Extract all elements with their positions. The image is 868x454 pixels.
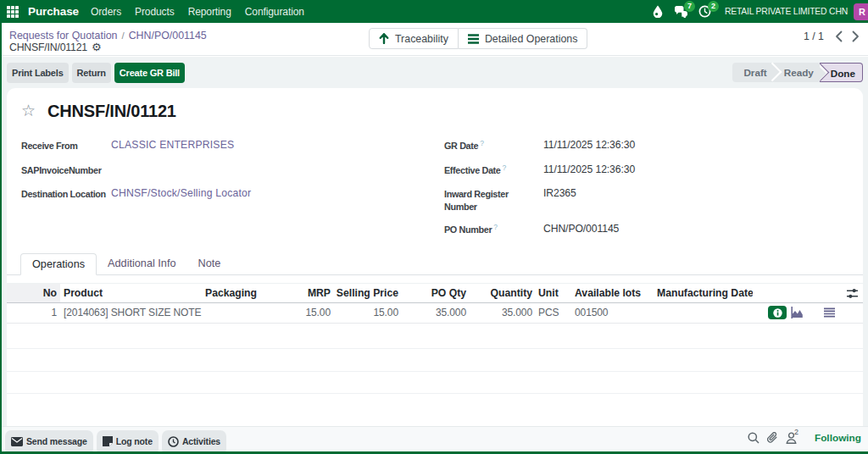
breadcrumb-origin-po[interactable]: CHN/PO/001145 xyxy=(129,30,207,42)
form-sheet: ☆ CHNSF/IN/01121 Receive From CLASSIC EN… xyxy=(7,88,863,426)
table-header-row: No Product Packaging MRP Selling Price P… xyxy=(7,283,863,302)
receive-from-label: Receive From xyxy=(21,138,111,153)
record-title: CHNSF/IN/01121 xyxy=(47,100,176,123)
cell-quantity: 35.000 xyxy=(470,302,536,323)
table-row[interactable]: 1 [2014063] SHORT SIZE NOTE 15.00 15.00 … xyxy=(7,302,863,323)
col-header-available-lots[interactable]: Available lots xyxy=(570,283,653,302)
activity-clock-icon xyxy=(168,436,179,447)
favorite-star-icon[interactable]: ☆ xyxy=(21,102,36,119)
pager-previous-button[interactable] xyxy=(832,30,844,43)
pager-value: 1 / 1 xyxy=(804,30,824,42)
cell-available-lots: 001500 xyxy=(570,302,653,323)
following-button[interactable]: Following xyxy=(815,432,861,444)
send-message-label: Send message xyxy=(26,436,87,446)
status-drop-button[interactable] xyxy=(646,0,670,23)
menu-products[interactable]: Products xyxy=(128,0,181,23)
followers-count: 2 xyxy=(794,428,798,436)
operations-table: No Product Packaging MRP Selling Price P… xyxy=(7,283,863,394)
po-number-help-icon: ? xyxy=(493,223,497,231)
column-adjust-button[interactable] xyxy=(842,283,863,302)
receive-from-value[interactable]: CLASSIC ENTERPRISES xyxy=(111,138,234,153)
log-note-button[interactable]: Log note xyxy=(97,430,159,451)
gear-icon[interactable]: ⚙ xyxy=(92,42,101,53)
apps-grid-icon xyxy=(7,6,19,18)
send-message-button[interactable]: Send message xyxy=(5,430,93,451)
activities-button[interactable]: 2 xyxy=(693,0,717,23)
activities-badge: 2 xyxy=(708,1,719,12)
screen: Purchase Orders Products Reporting Confi… xyxy=(0,0,868,454)
col-header-unit[interactable]: Unit xyxy=(536,283,570,302)
info-icon xyxy=(773,308,782,318)
drop-icon xyxy=(653,5,663,18)
gr-date-help-icon: ? xyxy=(480,139,483,147)
cell-manufacturing-date xyxy=(653,302,753,323)
menu-reporting[interactable]: Reporting xyxy=(181,0,238,23)
pager-next-button[interactable] xyxy=(849,30,861,43)
destination-location-value[interactable]: CHNSF/Stock/Selling Locator xyxy=(111,186,251,202)
activities-schedule-button[interactable]: Activities xyxy=(162,430,226,451)
company-name[interactable]: RETAIL PRIVATE LIMITED CHN xyxy=(725,7,848,16)
gr-date-value[interactable]: 11/11/2025 12:36:30 xyxy=(543,138,635,153)
create-gr-bill-button[interactable]: Create GR Bill xyxy=(114,63,185,83)
app-name[interactable]: Purchase xyxy=(28,5,79,18)
col-header-quantity[interactable]: Quantity xyxy=(470,283,536,302)
empty-row xyxy=(7,323,863,348)
col-header-no[interactable]: No xyxy=(7,283,60,302)
traceability-button[interactable]: Traceability xyxy=(369,28,459,49)
envelope-icon xyxy=(11,437,23,446)
col-header-product[interactable]: Product xyxy=(60,283,198,302)
messages-button[interactable]: 7 xyxy=(670,0,693,23)
return-button[interactable]: Return xyxy=(72,63,111,83)
status-step-done[interactable]: Done xyxy=(820,63,863,82)
cell-unit: PCS xyxy=(536,302,570,323)
detailed-operations-button[interactable]: Detailed Operations xyxy=(459,28,588,49)
cell-mrp: 15.00 xyxy=(305,302,334,323)
po-number-value[interactable]: CHN/PO/001145 xyxy=(543,222,619,237)
cell-packaging xyxy=(198,302,305,323)
cell-product: [2014063] SHORT SIZE NOTE xyxy=(60,302,198,323)
col-header-buttons xyxy=(753,283,842,302)
chevron-right-icon xyxy=(852,30,860,42)
tab-additional-info[interactable]: Additional Info xyxy=(97,253,186,275)
effective-date-value[interactable]: 11/11/2025 12:36:30 xyxy=(543,163,635,178)
empty-row xyxy=(7,348,863,371)
gr-date-label: GR Date? xyxy=(444,138,543,153)
list-icon[interactable] xyxy=(824,307,835,318)
effective-date-label: Effective Date? xyxy=(444,163,543,178)
window-left-border xyxy=(0,23,2,454)
top-navbar: Purchase Orders Products Reporting Confi… xyxy=(0,0,868,23)
view-button-group: Traceability Detailed Operations xyxy=(369,28,587,49)
chatter-bar: Send message Log note Activities 2 Follo… xyxy=(2,426,868,451)
breadcrumb-current: CHNSF/IN/01121 xyxy=(9,42,87,53)
search-icon[interactable] xyxy=(748,432,760,444)
sliders-icon xyxy=(847,288,858,299)
tab-operations[interactable]: Operations xyxy=(20,253,97,275)
chart-icon[interactable] xyxy=(791,307,804,318)
empty-row xyxy=(7,371,863,393)
menu-configuration[interactable]: Configuration xyxy=(238,0,311,23)
lot-info-button[interactable] xyxy=(768,306,787,319)
menu-bars-icon xyxy=(468,34,479,44)
col-header-po-qty[interactable]: PO Qty xyxy=(402,283,470,302)
paperclip-icon[interactable] xyxy=(767,432,778,444)
menu-orders[interactable]: Orders xyxy=(84,0,128,23)
breadcrumb-requests-for-quotation[interactable]: Requests for Quotation xyxy=(9,30,117,42)
cell-po-qty: 35.000 xyxy=(402,302,470,323)
tab-note[interactable]: Note xyxy=(186,253,231,275)
col-header-selling-price[interactable]: Selling Price xyxy=(334,283,402,302)
col-header-packaging[interactable]: Packaging xyxy=(198,283,305,302)
inward-register-number-value[interactable]: IR2365 xyxy=(543,186,576,213)
log-note-label: Log note xyxy=(116,436,153,446)
breadcrumb-separator: / xyxy=(121,30,124,42)
control-panel: Requests for Quotation / CHN/PO/001145 C… xyxy=(2,23,868,56)
col-header-mrp[interactable]: MRP xyxy=(305,283,334,302)
form-page: Print Labels Return Create GR Bill Draft… xyxy=(2,57,868,426)
notebook-tabs: Operations Additional Info Note xyxy=(7,252,863,275)
user-avatar[interactable]: R xyxy=(854,3,868,20)
note-icon xyxy=(103,436,113,446)
col-header-manufacturing-date[interactable]: Manufacturing Date xyxy=(653,283,753,302)
print-labels-button[interactable]: Print Labels xyxy=(7,63,69,83)
effective-date-help-icon: ? xyxy=(503,163,506,172)
apps-menu-button[interactable] xyxy=(0,0,25,23)
status-step-draft[interactable]: Draft xyxy=(732,63,772,82)
